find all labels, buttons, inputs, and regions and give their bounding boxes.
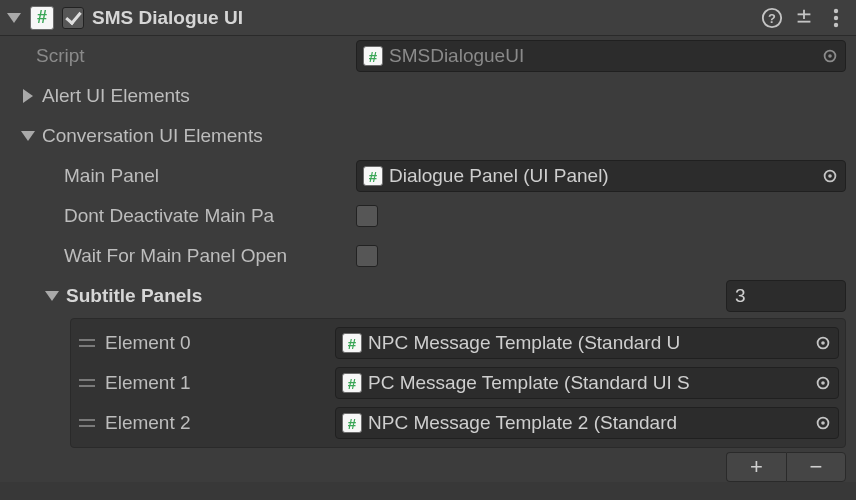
list-item: Element 0 # NPC Message Template (Standa… bbox=[77, 323, 839, 363]
subtitle-panels-size-field[interactable]: 3 bbox=[726, 280, 846, 312]
script-label: Script bbox=[0, 45, 356, 67]
object-picker-icon[interactable] bbox=[812, 372, 834, 394]
drag-handle-icon[interactable] bbox=[77, 419, 97, 427]
list-item: Element 1 # PC Message Template (Standar… bbox=[77, 363, 839, 403]
script-icon: # bbox=[342, 413, 362, 433]
array-footer: + − bbox=[0, 452, 846, 482]
element-label: Element 2 bbox=[105, 412, 327, 434]
element-value: PC Message Template (Standard UI S bbox=[368, 372, 690, 394]
svg-point-9 bbox=[828, 54, 832, 58]
drag-handle-icon[interactable] bbox=[77, 339, 97, 347]
svg-point-6 bbox=[834, 15, 838, 19]
subtitle-panels-list: Element 0 # NPC Message Template (Standa… bbox=[70, 318, 846, 448]
subtitle-panels-label: Subtitle Panels bbox=[66, 285, 202, 307]
context-menu-icon[interactable] bbox=[824, 6, 848, 30]
conversation-section-header[interactable]: Conversation UI Elements bbox=[0, 116, 856, 156]
svg-point-17 bbox=[821, 421, 825, 425]
subtitle-panels-foldout[interactable] bbox=[44, 291, 60, 301]
conversation-foldout[interactable] bbox=[20, 131, 36, 141]
dont-deactivate-label: Dont Deactivate Main Pa bbox=[0, 205, 356, 227]
chevron-down-icon bbox=[21, 131, 35, 141]
script-field: # SMSDialogueUI bbox=[356, 40, 846, 72]
object-picker-icon[interactable] bbox=[819, 45, 841, 67]
chevron-right-icon bbox=[23, 89, 33, 103]
svg-point-15 bbox=[821, 381, 825, 385]
conversation-section-label: Conversation UI Elements bbox=[42, 125, 263, 147]
script-icon: # bbox=[363, 46, 383, 66]
object-picker-icon[interactable] bbox=[812, 412, 834, 434]
element-value: NPC Message Template 2 (Standard bbox=[368, 412, 677, 434]
main-panel-row: Main Panel # Dialogue Panel (UI Panel) bbox=[0, 156, 856, 196]
script-icon: # bbox=[342, 373, 362, 393]
main-panel-field[interactable]: # Dialogue Panel (UI Panel) bbox=[356, 160, 846, 192]
component-foldout[interactable] bbox=[6, 13, 22, 23]
element-field[interactable]: # PC Message Template (Standard UI S bbox=[335, 367, 839, 399]
component-title: SMS Dialogue UI bbox=[92, 7, 752, 29]
svg-point-5 bbox=[834, 8, 838, 12]
element-label: Element 1 bbox=[105, 372, 327, 394]
wait-for-open-label: Wait For Main Panel Open bbox=[0, 245, 356, 267]
array-remove-button[interactable]: − bbox=[786, 452, 846, 482]
chevron-down-icon bbox=[7, 13, 21, 23]
element-label: Element 0 bbox=[105, 332, 327, 354]
svg-point-7 bbox=[834, 22, 838, 26]
script-row: Script # SMSDialogueUI bbox=[0, 36, 856, 76]
wait-for-open-row: Wait For Main Panel Open bbox=[0, 236, 856, 276]
drag-handle-icon[interactable] bbox=[77, 379, 97, 387]
enable-checkbox[interactable] bbox=[62, 7, 84, 29]
element-value: NPC Message Template (Standard U bbox=[368, 332, 680, 354]
main-panel-value: Dialogue Panel (UI Panel) bbox=[389, 165, 609, 187]
element-field[interactable]: # NPC Message Template (Standard U bbox=[335, 327, 839, 359]
svg-point-13 bbox=[821, 341, 825, 345]
svg-point-11 bbox=[828, 174, 832, 178]
object-picker-icon[interactable] bbox=[812, 332, 834, 354]
object-picker-icon[interactable] bbox=[819, 165, 841, 187]
alert-section-label: Alert UI Elements bbox=[42, 85, 190, 107]
subtitle-panels-header[interactable]: Subtitle Panels 3 bbox=[0, 276, 856, 316]
list-item: Element 2 # NPC Message Template 2 (Stan… bbox=[77, 403, 839, 443]
dont-deactivate-row: Dont Deactivate Main Pa bbox=[0, 196, 856, 236]
script-icon: # bbox=[30, 6, 54, 30]
component-header: # SMS Dialogue UI ? bbox=[0, 0, 856, 36]
dont-deactivate-checkbox[interactable] bbox=[356, 205, 378, 227]
alert-section-header[interactable]: Alert UI Elements bbox=[0, 76, 856, 116]
main-panel-label: Main Panel bbox=[0, 165, 356, 187]
script-icon: # bbox=[342, 333, 362, 353]
preset-icon[interactable] bbox=[792, 6, 816, 30]
element-field[interactable]: # NPC Message Template 2 (Standard bbox=[335, 407, 839, 439]
array-add-button[interactable]: + bbox=[726, 452, 786, 482]
chevron-down-icon bbox=[45, 291, 59, 301]
help-icon[interactable]: ? bbox=[760, 6, 784, 30]
svg-text:?: ? bbox=[768, 10, 776, 25]
script-icon: # bbox=[363, 166, 383, 186]
script-value: SMSDialogueUI bbox=[389, 45, 524, 67]
wait-for-open-checkbox[interactable] bbox=[356, 245, 378, 267]
alert-foldout[interactable] bbox=[20, 89, 36, 103]
